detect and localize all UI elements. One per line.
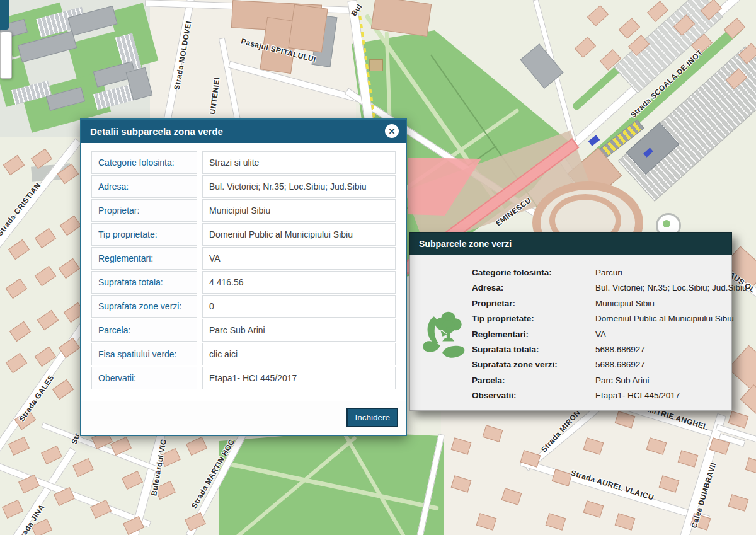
popup-title: Subparcele zone verzi: [410, 232, 732, 255]
detail-row-value: Municipiul Sibiu: [202, 199, 396, 222]
map-building: [369, 59, 383, 71]
detail-row-value: VA: [202, 247, 396, 270]
inchidere-button[interactable]: Inchidere: [346, 408, 398, 427]
popup-row: Categorie folosinta:Parcuri: [472, 265, 747, 280]
popup-row-value: Municipiul Sibiu: [595, 296, 747, 311]
map-controls-fragment[interactable]: [0, 32, 12, 79]
detail-row: Tip proprietate:Domeniul Public al Munic…: [91, 223, 396, 246]
map-building: [35, 266, 56, 286]
popup-row-value: Bul. Victoriei; Nr.35; Loc.Sibiu; Jud.Si…: [595, 280, 747, 296]
popup-row: Reglementari:VA: [472, 327, 747, 342]
popup-row-value: Parcuri: [595, 265, 747, 280]
modal-title: Detalii subparcela zona verde ✕: [81, 120, 406, 143]
detail-row-label: Categorie folosinta:: [91, 151, 197, 174]
detail-row: Reglementari:VA: [91, 247, 396, 270]
map-building: [186, 437, 207, 456]
detail-modal: Detalii subparcela zona verde ✕ Categori…: [80, 118, 407, 436]
detail-row-value: 4 416.56: [202, 271, 396, 294]
popup-row-label: Suprafata totala:: [472, 342, 595, 357]
popup-row: Observatii:Etapa1- HCL445/2017: [472, 388, 747, 403]
detail-row: Categorie folosinta:Strazi si ulite: [91, 151, 396, 174]
popup-row-value: Domeniul Public al Municipiului Sibiu: [595, 311, 747, 326]
popup-row: Adresa:Bul. Victoriei; Nr.35; Loc.Sibiu;…: [472, 280, 747, 296]
detail-row-value: Parc Sub Arini: [202, 319, 396, 342]
popup-row-value: Etapa1- HCL445/2017: [595, 388, 747, 403]
popup-row: Suprafata totala:5688.686927: [472, 342, 747, 357]
popup-row-label: Observatii:: [472, 388, 595, 403]
detail-row-label: Fisa spatiului verde:: [91, 343, 197, 365]
popup-row-value: VA: [595, 327, 747, 342]
map-building: [35, 228, 56, 248]
detail-row-label: Parcela:: [91, 319, 197, 342]
map-building: [647, 1, 668, 22]
detail-row-label: Obervatii:: [91, 367, 197, 389]
map-building: [575, 37, 596, 58]
map-building: [41, 446, 62, 464]
popup-row-label: Parcela:: [472, 373, 595, 388]
sidebar-fragment[interactable]: [0, 0, 9, 30]
map-building: [288, 4, 328, 53]
park-trees-icon: [418, 265, 472, 404]
detail-row-label: Tip proprietate:: [91, 223, 197, 246]
map-building: [8, 437, 30, 456]
map-building: [619, 18, 640, 39]
detail-row: Suprafata zone verzi:0: [91, 295, 396, 318]
popup-row: Suprafata zone verzi:5688.686927: [472, 357, 747, 372]
popup-row-value: Parc Sub Arini: [595, 373, 747, 388]
map-building: [3, 155, 25, 175]
detail-row: Parcela:Parc Sub Arini: [91, 319, 396, 342]
detail-row-value: Etapa1- HCL445/2017: [202, 367, 396, 389]
map-building: [9, 321, 31, 342]
park-area: [214, 429, 447, 535]
popup-row-value: 5688.686927: [595, 342, 747, 357]
detail-row: Adresa:Bul. Victoriei; Nr.35; Loc.Sibiu;…: [91, 175, 396, 198]
map-building: [59, 258, 80, 279]
popup-row-value: 5688.686927: [595, 357, 747, 372]
popup-row: Parcela:Parc Sub Arini: [472, 373, 747, 388]
popup-row-label: Proprietar:: [472, 296, 595, 311]
popup-row: Proprietar:Municipiul Sibiu: [472, 296, 747, 311]
map-building: [37, 310, 59, 330]
popup-row-label: Reglementari:: [472, 327, 595, 342]
map-building: [587, 5, 609, 26]
modal-footer: Inchidere: [81, 401, 406, 435]
popup-attribute-list: Categorie folosinta:ParcuriAdresa:Bul. V…: [472, 265, 747, 404]
detail-row: Fisa spatiului verde:clic aici: [91, 343, 396, 365]
street-label: Strada CRISTIAN: [0, 181, 42, 238]
map-building: [60, 216, 81, 236]
map-building: [6, 353, 27, 373]
fisa-spatiului-verde-link[interactable]: clic aici: [202, 343, 396, 365]
detail-row: Proprietar:Municipiul Sibiu: [91, 199, 396, 222]
detail-row-value: 0: [202, 295, 396, 318]
detail-row-value: Strazi si ulite: [202, 151, 396, 174]
detail-row-label: Reglementari:: [91, 247, 197, 270]
popup-row-label: Categorie folosinta:: [472, 265, 595, 280]
modal-title-text: Detalii subparcela zona verde: [90, 126, 223, 137]
popup-row-label: Tip proprietate:: [472, 311, 595, 326]
popup-row-label: Adresa:: [472, 280, 595, 296]
modal-attribute-table: Categorie folosinta:Strazi si uliteAdres…: [81, 143, 406, 394]
detail-row-label: Suprafata zone verzi:: [91, 295, 197, 318]
detail-row: Suprafata totala:4 416.56: [91, 271, 396, 294]
subparcele-popup: Subparcele zone verzi Categorie folosint…: [410, 232, 732, 411]
map-building: [52, 379, 74, 400]
detail-row-label: Proprietar:: [91, 199, 197, 222]
detail-row-value: Bul. Victoriei; Nr.35; Loc.Sibiu; Jud.Si…: [202, 175, 396, 198]
roundabout-center: [663, 220, 670, 227]
detail-row-label: Suprafata totala:: [91, 271, 197, 294]
detail-row: Obervatii:Etapa1- HCL445/2017: [91, 367, 396, 389]
blue-marker: [588, 135, 600, 146]
popup-body: Categorie folosinta:ParcuriAdresa:Bul. V…: [410, 255, 732, 411]
map-building: [6, 279, 27, 299]
street-label: Strada GALES: [17, 373, 55, 423]
close-icon[interactable]: ✕: [385, 124, 399, 138]
detail-row-value: Domeniul Public al Municipiului Sibiu: [202, 223, 396, 246]
popup-row: Tip proprietate:Domeniul Public al Munic…: [472, 311, 747, 326]
detail-row-label: Adresa:: [91, 175, 197, 198]
map-building: [8, 239, 30, 260]
map-building: [2, 500, 23, 519]
map-building: [122, 471, 143, 490]
map-building: [72, 458, 94, 477]
popup-row-label: Suprafata zone verzi:: [472, 357, 595, 372]
